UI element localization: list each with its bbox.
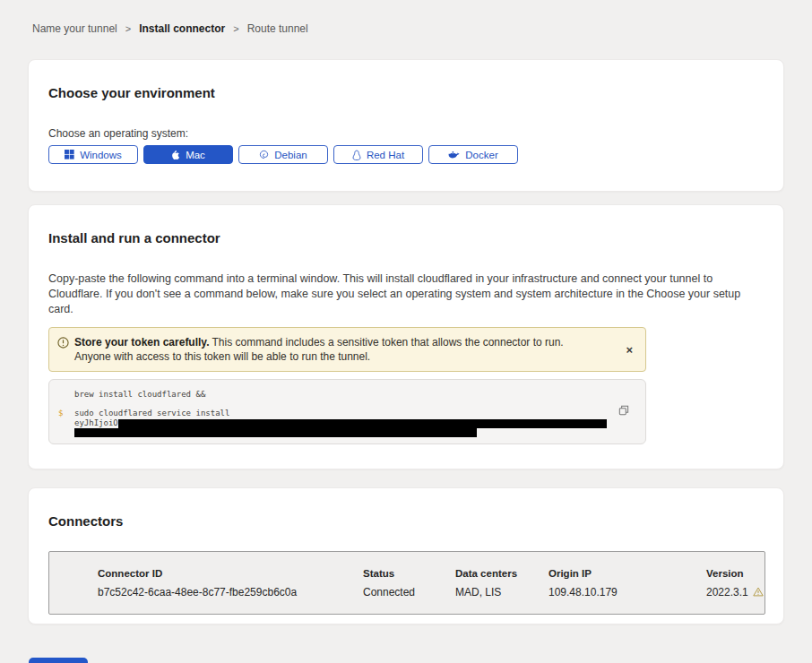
os-button-windows[interactable]: Windows — [48, 145, 138, 164]
version-value: 2022.3.1 — [706, 586, 764, 598]
column-header-connector-id: Connector ID — [98, 568, 363, 579]
info-circle-icon — [57, 337, 69, 349]
redacted-token-bar — [118, 419, 607, 428]
copy-icon[interactable] — [618, 404, 629, 417]
os-button-label: Docker — [465, 150, 497, 160]
code-line-token: eyJhIjoiO — [74, 418, 645, 428]
os-button-docker[interactable]: Docker — [428, 145, 518, 164]
terminal-prompt: $ — [58, 409, 63, 418]
os-button-label: Red Hat — [367, 150, 404, 160]
choose-environment-card: Choose your environment Choose an operat… — [28, 59, 784, 192]
close-icon[interactable]: × — [626, 344, 633, 356]
code-line-sudo: sudo cloudflared service install — [74, 409, 645, 418]
breadcrumb-separator: > — [233, 23, 238, 34]
column-header-status: Status — [363, 568, 455, 579]
connectors-table-header: Connector ID Status Data centers Origin … — [98, 564, 764, 582]
debian-swirl-icon — [259, 150, 269, 159]
environment-card-title: Choose your environment — [48, 85, 764, 101]
connectors-table: Connector ID Status Data centers Origin … — [48, 551, 765, 615]
breadcrumb-item-route-tunnel[interactable]: Route tunnel — [247, 22, 308, 35]
warning-triangle-icon — [753, 587, 764, 597]
docker-whale-icon — [448, 150, 460, 159]
os-button-redhat[interactable]: Red Hat — [333, 145, 423, 164]
breadcrumb-item-name-your-tunnel[interactable]: Name your tunnel — [32, 22, 117, 35]
install-connector-card: Install and run a connector Copy-paste t… — [28, 204, 784, 469]
connectors-card: Connectors Connector ID Status Data cent… — [28, 487, 784, 624]
redacted-token-bar — [74, 428, 477, 437]
connectors-card-title: Connectors — [48, 513, 764, 530]
windows-icon — [65, 150, 74, 159]
next-button[interactable]: Next — [29, 658, 88, 663]
table-row: b7c52c42-6caa-48ee-8c77-fbe259cb6c0a Con… — [98, 582, 764, 601]
code-line-brew: brew install cloudflared && — [74, 390, 645, 400]
column-header-origin-ip: Origin IP — [549, 568, 706, 579]
apple-icon — [171, 150, 180, 160]
version-number: 2022.3.1 — [706, 586, 748, 598]
token-warning-text: Store your token carefully.This command … — [74, 335, 599, 364]
os-button-label: Windows — [80, 150, 122, 160]
os-button-group: Windows Mac Debian Red Hat Docker — [48, 145, 764, 164]
install-command-code-block[interactable]: $ brew install cloudflared && sudo cloud… — [48, 379, 646, 444]
os-button-label: Debian — [274, 150, 307, 160]
data-centers-value: MAD, LIS — [455, 586, 549, 598]
column-header-data-centers: Data centers — [455, 568, 549, 579]
token-warning-alert: Store your token carefully.This command … — [48, 327, 646, 372]
token-prefix: eyJhIjoiO — [74, 418, 118, 427]
code-line-token-2 — [74, 427, 645, 437]
token-warning-title: Store your token carefully. — [74, 336, 210, 349]
code-line-blank — [74, 400, 645, 409]
origin-ip-value: 109.48.10.179 — [549, 586, 706, 598]
install-card-title: Install and run a connector — [48, 230, 764, 246]
breadcrumb-item-install-connector[interactable]: Install connector — [139, 22, 225, 35]
connector-id-value: b7c52c42-6caa-48ee-8c77-fbe259cb6c0a — [98, 586, 363, 598]
os-button-mac[interactable]: Mac — [143, 145, 233, 164]
breadcrumb: Name your tunnel > Install connector > R… — [32, 22, 812, 35]
os-select-label: Choose an operating system: — [48, 127, 764, 141]
redhat-penguin-icon — [352, 150, 361, 160]
install-card-description: Copy-paste the following command into a … — [48, 271, 761, 317]
column-header-version: Version — [706, 568, 764, 579]
breadcrumb-separator: > — [125, 23, 131, 34]
status-badge: Connected — [363, 586, 455, 598]
os-button-label: Mac — [186, 150, 205, 160]
os-button-debian[interactable]: Debian — [238, 145, 328, 164]
